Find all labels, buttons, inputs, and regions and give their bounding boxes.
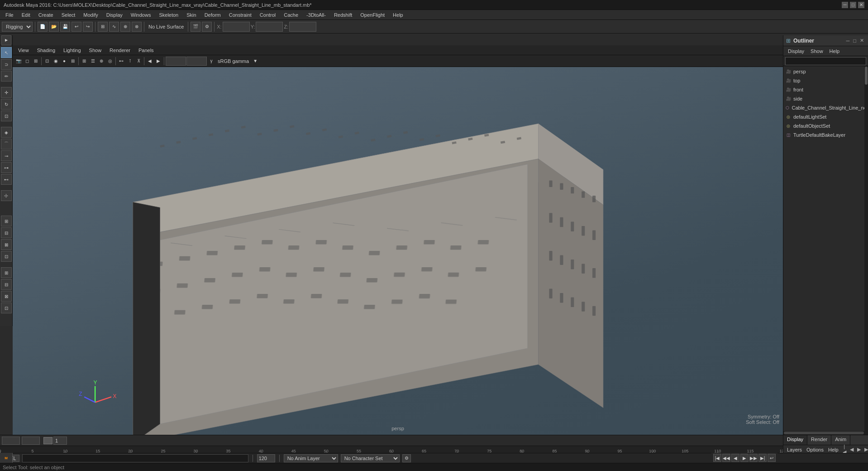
vp-gamma-toggle[interactable]: γ [207, 56, 215, 66]
display-quality-3[interactable]: ⊠ [1, 239, 12, 250]
snap-curve-button[interactable]: ∿ [109, 22, 119, 32]
timeline-range-end[interactable] [257, 454, 275, 462]
redo-button[interactable]: ↪ [83, 22, 93, 32]
lasso-tool[interactable]: ⊃ [1, 59, 12, 70]
minimize-button[interactable]: ─ [842, 2, 848, 8]
vp-next-frame-btn[interactable]: ▶ [154, 56, 162, 66]
menu-skeleton[interactable]: Skeleton [155, 11, 182, 19]
display-quality-2[interactable]: ⊟ [1, 227, 12, 238]
menu-3dtoall[interactable]: -3DtoAll- [303, 11, 329, 19]
menu-constraint[interactable]: Constraint [225, 11, 255, 19]
menu-display[interactable]: Display [103, 11, 126, 19]
display-quality-4[interactable]: ⊡ [1, 251, 12, 262]
vp-xray-btn[interactable]: ⊺ [126, 56, 134, 66]
joint-tool[interactable]: ⊸ [1, 150, 12, 161]
outliner-hscrollbar[interactable] [783, 431, 864, 435]
undo-button[interactable]: ↩ [72, 22, 81, 32]
viewport-3d[interactable]: X Y Z persp Symmetry: Off Soft Select: O… [13, 45, 783, 435]
z-input[interactable] [289, 22, 316, 32]
pb-play-fwd[interactable]: ▶ [740, 454, 749, 462]
save-scene-button[interactable]: 💾 [60, 22, 70, 32]
vp-menu-view[interactable]: View [14, 47, 33, 54]
char-set-select[interactable]: No Character Set [341, 454, 400, 462]
vp-select-mask-btn[interactable]: ◻ [23, 56, 31, 66]
timeline-start-input[interactable]: 1 [2, 437, 20, 445]
outliner-vscrollbar[interactable] [864, 66, 868, 435]
menu-deform[interactable]: Deform [201, 11, 224, 19]
menu-redshift[interactable]: Redshift [330, 11, 356, 19]
vp-grid-btn[interactable]: ⊞ [80, 56, 88, 66]
outliner-item-objectset[interactable]: ◎ defaultObjectSet [783, 121, 868, 130]
timeline-tick-input[interactable] [53, 437, 67, 445]
outliner-expand-btn[interactable]: □ [852, 38, 858, 43]
snap-surface-button[interactable]: ⊗ [132, 22, 142, 32]
outliner-menu-show[interactable]: Show [808, 48, 826, 55]
tab-display[interactable]: Display [783, 435, 807, 445]
outliner-minimize-btn[interactable]: ─ [845, 38, 851, 43]
vp-flat-btn[interactable]: ● [60, 56, 68, 66]
vp-snap-btn[interactable]: ◎ [106, 56, 114, 66]
snap-point-button[interactable]: ⊕ [120, 22, 130, 32]
tab-render[interactable]: Render [807, 435, 831, 445]
quick-tool-button[interactable]: ▶ [1, 35, 11, 45]
soft-mod-tool[interactable]: ◈ [1, 127, 12, 138]
vp-smooth-btn[interactable]: ◉ [52, 56, 60, 66]
vp-menu-panels[interactable]: Panels [135, 47, 157, 54]
outliner-item-side[interactable]: 🎥 side [783, 94, 868, 103]
vp-gamma-input[interactable]: 1.00 [186, 57, 207, 66]
pb-go-start[interactable]: |◀ [713, 454, 721, 462]
ik-tool[interactable]: ⊶ [1, 162, 12, 173]
outliner-scroll-thumb[interactable] [865, 67, 868, 85]
pb-prev-key[interactable]: ◀◀ [722, 454, 730, 462]
vp-menu-lighting[interactable]: Lighting [60, 47, 85, 54]
layer-menu-options[interactable]: Options [805, 447, 825, 452]
vp-prev-frame-btn[interactable]: ◀ [146, 56, 154, 66]
snap-grid-button[interactable]: ⊞ [98, 22, 108, 32]
outliner-search-input[interactable] [785, 57, 866, 65]
select-tool[interactable]: ↖ [1, 47, 12, 58]
vp-camera-btn[interactable]: 📷 [14, 56, 23, 66]
open-scene-button[interactable]: 📂 [49, 22, 59, 32]
vp-hud-btn[interactable]: ☰ [89, 56, 97, 66]
menu-openflight[interactable]: OpenFlight [357, 11, 388, 19]
menu-edit[interactable]: Edit [18, 11, 34, 19]
mel-input[interactable] [22, 454, 248, 462]
render-settings-button[interactable]: ⚙ [202, 22, 212, 32]
sculpt-tool[interactable]: ⌒ [1, 139, 12, 149]
scale-tool[interactable]: ⊡ [1, 111, 12, 121]
pb-loop[interactable]: ↩ [768, 454, 776, 462]
paint-tool[interactable]: ✏ [1, 71, 12, 82]
vp-hierarchy-btn[interactable]: ⊞ [32, 56, 40, 66]
move-tool[interactable]: ✛ [1, 87, 12, 98]
render-button[interactable]: 🎬 [191, 22, 200, 32]
menu-windows[interactable]: Windows [127, 11, 155, 19]
menu-cache[interactable]: Cache [280, 11, 302, 19]
anim-key-4[interactable]: ⊡ [1, 303, 12, 313]
vp-isolate-btn[interactable]: ⊷ [117, 56, 125, 66]
anim-key-1[interactable]: ⊞ [1, 267, 12, 278]
x-input[interactable] [223, 22, 250, 32]
tab-anim[interactable]: Anim [831, 435, 850, 445]
show-manip-tool[interactable]: ☩ [1, 190, 12, 201]
layer-menu-layers[interactable]: Layers [785, 447, 804, 452]
layer-menu-help[interactable]: Help [826, 447, 840, 452]
vp-gamma-select[interactable]: ▼ [251, 56, 259, 66]
outliner-item-persp[interactable]: 🎥 persp [783, 67, 868, 76]
new-scene-button[interactable]: 📄 [38, 22, 48, 32]
menu-skin[interactable]: Skin [183, 11, 200, 19]
vp-xray-active-btn[interactable]: ⊼ [134, 56, 143, 66]
menu-modify[interactable]: Modify [80, 11, 101, 19]
rotate-tool[interactable]: ↻ [1, 99, 12, 110]
outliner-item-front[interactable]: 🎥 front [783, 85, 868, 94]
y-input[interactable] [256, 22, 283, 32]
vp-menu-renderer[interactable]: Renderer [106, 47, 134, 54]
menu-help[interactable]: Help [389, 11, 407, 19]
display-quality-1[interactable]: ⊞ [1, 216, 12, 226]
timeline-current-input[interactable]: 1 [22, 437, 40, 445]
close-button[interactable]: ✕ [858, 2, 864, 8]
menu-control[interactable]: Control [256, 11, 279, 19]
anim-key-2[interactable]: ⊟ [1, 279, 12, 290]
outliner-item-lightset[interactable]: ◎ defaultLightSet [783, 112, 868, 121]
outliner-menu-display[interactable]: Display [785, 48, 807, 55]
anim-layer-select[interactable]: No Anim Layer [284, 454, 338, 462]
